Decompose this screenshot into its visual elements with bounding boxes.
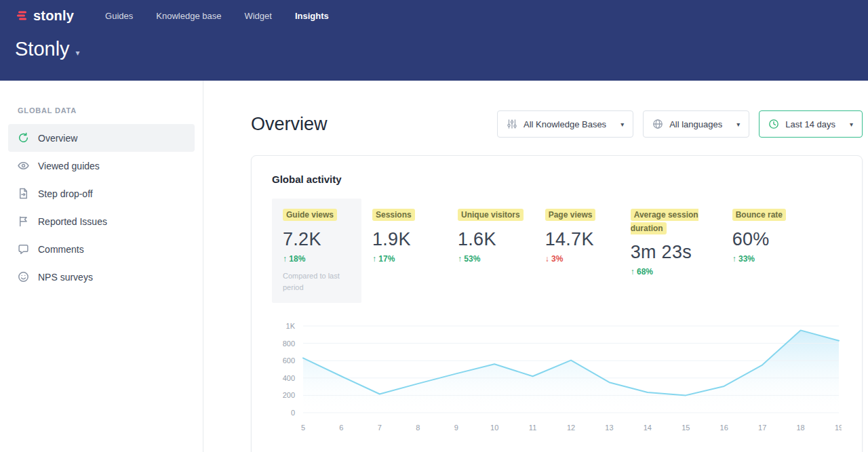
sidebar-item-label: Step drop-off [38, 188, 93, 199]
comment-icon [18, 243, 29, 255]
knowledge-bases-filter-dropdown[interactable]: All Knowledge Bases ▾ [497, 110, 633, 138]
sidebar-item-reported-issues[interactable]: Reported Issues [8, 207, 195, 235]
workspace-title: Stonly [15, 38, 70, 60]
top-nav: Guides Knowledge base Widget Insights [105, 11, 329, 21]
metric-value: 7.2K [283, 229, 351, 250]
activity-chart-svg: 02004006008001K5678910111213141516171819 [272, 322, 842, 436]
chevron-down-icon: ▾ [850, 121, 853, 128]
sidebar-item-label: Viewed guides [38, 161, 100, 171]
eye-icon [18, 160, 29, 171]
top-navbar: stonly Guides Knowledge base Widget Insi… [0, 0, 868, 27]
svg-text:14: 14 [644, 424, 652, 432]
sidebar-item-overview[interactable]: Overview [8, 124, 195, 152]
languages-filter-label: All languages [669, 119, 722, 129]
metric-unique-visitors[interactable]: Unique visitors 1.6K ↑ 53% [447, 199, 534, 273]
main-content: Overview All Knowledge Bases ▾ [203, 81, 868, 452]
overview-icon [18, 132, 29, 144]
sidebar-item-comments[interactable]: Comments [8, 235, 195, 263]
metric-label: Unique visitors [458, 209, 524, 221]
metric-bounce-rate[interactable]: Bounce rate 60% ↑ 33% [722, 199, 807, 273]
sidebar: GLOBAL DATA Overview Viewed guides [0, 81, 203, 452]
metric-label: Guide views [283, 209, 337, 221]
clock-icon [768, 119, 779, 129]
metric-note: Compared to last period [283, 270, 351, 293]
svg-text:200: 200 [283, 391, 295, 399]
metric-delta: ↑ 68% [631, 267, 711, 276]
svg-text:12: 12 [567, 424, 575, 432]
knowledge-bases-filter-label: All Knowledge Bases [524, 119, 606, 129]
chevron-down-icon: ▾ [620, 121, 624, 128]
step-dropoff-icon [18, 188, 29, 199]
smiley-icon [18, 271, 29, 283]
svg-text:15: 15 [682, 424, 690, 432]
nav-item-knowledge-base[interactable]: Knowledge base [156, 11, 221, 21]
svg-text:11: 11 [529, 424, 536, 432]
sliders-icon [507, 119, 517, 129]
svg-text:16: 16 [720, 424, 728, 432]
nav-item-insights[interactable]: Insights [295, 11, 329, 21]
metric-delta: ↑ 53% [458, 254, 524, 264]
sidebar-item-label: Overview [38, 133, 77, 144]
metric-delta: ↓ 3% [545, 254, 609, 264]
metric-value: 60% [732, 229, 796, 250]
metric-delta: ↑ 17% [372, 254, 436, 264]
metric-label: Page views [545, 209, 596, 221]
date-range-filter-dropdown[interactable]: Last 14 days ▾ [759, 110, 863, 138]
global-activity-card: Global activity Guide views 7.2K ↑ 18% C… [251, 155, 863, 452]
stonly-logo[interactable]: stonly [16, 8, 74, 24]
filter-bar: All Knowledge Bases ▾ All languages ▾ [497, 110, 863, 138]
metric-average-session-duration[interactable]: Average session duration 3m 23s ↑ 68% [620, 199, 722, 286]
sidebar-item-label: NPS surveys [38, 272, 93, 283]
svg-text:19: 19 [835, 424, 842, 432]
svg-text:600: 600 [283, 356, 295, 365]
chevron-down-icon: ▾ [736, 121, 740, 128]
svg-text:0: 0 [291, 409, 295, 417]
page-title: Overview [251, 114, 328, 135]
sidebar-item-label: Comments [38, 244, 84, 255]
app-header: stonly Guides Knowledge base Widget Insi… [0, 0, 868, 81]
metric-value: 1.6K [458, 229, 524, 250]
metric-value: 14.7K [545, 229, 609, 250]
svg-text:6: 6 [339, 424, 343, 432]
svg-text:18: 18 [796, 424, 804, 432]
stonly-logo-icon [16, 9, 28, 22]
metrics-row: Guide views 7.2K ↑ 18% Compared to last … [272, 199, 842, 303]
stonly-logo-text: stonly [33, 8, 74, 24]
metric-label: Sessions [372, 209, 415, 221]
sidebar-item-nps-surveys[interactable]: NPS surveys [8, 263, 195, 291]
date-range-filter-label: Last 14 days [785, 119, 835, 129]
metric-sessions[interactable]: Sessions 1.9K ↑ 17% [361, 199, 447, 273]
flag-icon [18, 215, 29, 227]
metric-delta: ↑ 18% [283, 254, 351, 264]
metric-value: 1.9K [372, 229, 436, 250]
svg-text:800: 800 [283, 339, 295, 347]
card-title: Global activity [272, 173, 842, 185]
languages-filter-dropdown[interactable]: All languages ▾ [643, 110, 749, 138]
metric-value: 3m 23s [631, 242, 711, 263]
metric-page-views[interactable]: Page views 14.7K ↓ 3% [534, 199, 620, 273]
svg-text:400: 400 [283, 373, 295, 382]
svg-text:17: 17 [758, 424, 766, 432]
chevron-down-icon: ▾ [76, 48, 80, 58]
svg-text:8: 8 [416, 424, 420, 432]
sidebar-item-step-drop-off[interactable]: Step drop-off [8, 180, 195, 207]
metric-delta: ↑ 33% [732, 254, 796, 264]
workspace-switcher[interactable]: Stonly ▾ [15, 38, 868, 60]
metric-guide-views[interactable]: Guide views 7.2K ↑ 18% Compared to last … [272, 199, 361, 303]
nav-item-guides[interactable]: Guides [105, 11, 133, 21]
nav-item-widget[interactable]: Widget [244, 11, 271, 21]
svg-text:10: 10 [490, 424, 498, 432]
metric-label: Bounce rate [732, 209, 786, 221]
svg-text:7: 7 [378, 424, 382, 432]
sidebar-item-label: Reported Issues [38, 216, 107, 227]
svg-text:9: 9 [454, 424, 458, 432]
globe-icon [652, 119, 663, 129]
sidebar-item-viewed-guides[interactable]: Viewed guides [8, 152, 195, 180]
svg-text:5: 5 [301, 424, 305, 432]
sidebar-section-label: GLOBAL DATA [18, 106, 203, 115]
svg-text:13: 13 [605, 424, 613, 432]
svg-text:1K: 1K [286, 322, 296, 330]
metric-label: Average session duration [631, 209, 698, 234]
activity-area-chart: 02004006008001K5678910111213141516171819 [272, 322, 842, 438]
